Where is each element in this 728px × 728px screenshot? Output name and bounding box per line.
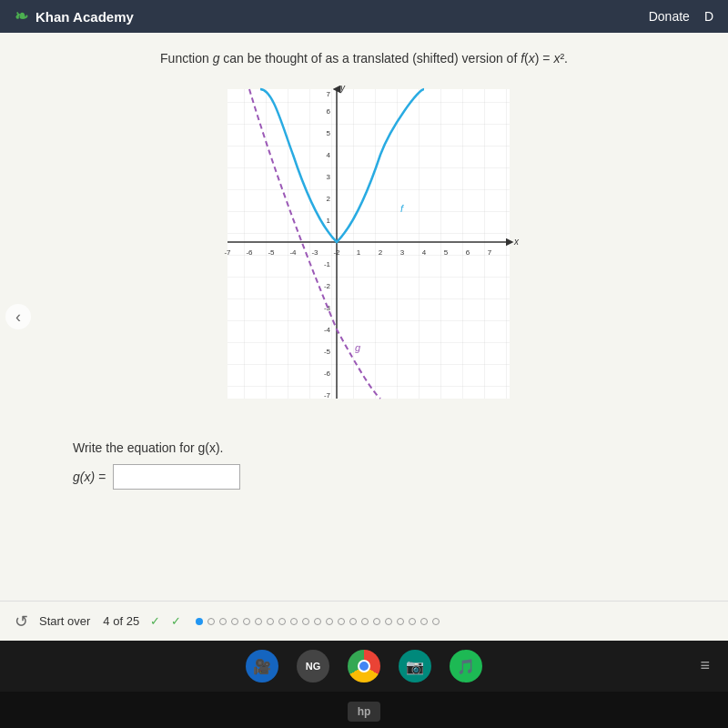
dot-19 xyxy=(420,618,428,625)
g-label: g xyxy=(355,342,361,353)
y-label-neg5: -5 xyxy=(324,348,331,356)
nav-extra: D xyxy=(704,9,713,24)
y-label-2: 2 xyxy=(327,195,331,203)
progress-bar: ↺ Start over 4 of 25 ✓ ✓ xyxy=(0,601,728,641)
dot-12 xyxy=(338,618,345,625)
x-label-neg4: -4 xyxy=(289,248,297,257)
hp-area: hp xyxy=(0,692,728,728)
write-equation-prompt: Write the equation for g(x). xyxy=(73,440,673,455)
logo-icon: ❧ xyxy=(15,6,28,26)
dot-18 xyxy=(409,618,416,625)
equation-label: g(x) = xyxy=(73,470,106,484)
dot-10 xyxy=(314,618,321,625)
brand: ❧ Khan Academy xyxy=(15,6,134,26)
dot-14 xyxy=(361,618,369,625)
dot-6 xyxy=(267,618,274,625)
y-axis-label: y xyxy=(339,83,346,93)
x-label-neg3: -3 xyxy=(311,248,318,257)
dot-1 xyxy=(207,618,215,625)
dot-active xyxy=(196,618,203,625)
problem-description: Function g can be thought of as a transl… xyxy=(55,51,673,66)
progress-position: 4 of 25 xyxy=(103,614,139,628)
dot-4 xyxy=(243,618,250,625)
dot-16 xyxy=(385,618,392,625)
y-label-neg1: -1 xyxy=(324,260,331,268)
check-2: ✓ xyxy=(171,614,181,628)
x-label-4: 4 xyxy=(422,248,427,257)
x-label-neg5: -5 xyxy=(268,248,275,257)
graph-svg: -7 -6 -5 -4 -3 -2 1 2 3 4 5 6 7 1 2 3 4 xyxy=(200,80,528,426)
y-label-neg7: -7 xyxy=(324,391,331,399)
taskbar-camera-icon[interactable]: 📷 xyxy=(399,650,431,682)
x-axis-label: x xyxy=(513,237,520,247)
y-label-7: 7 xyxy=(327,90,331,98)
donate-button[interactable]: Donate xyxy=(649,9,690,24)
dot-20 xyxy=(432,618,440,625)
taskbar-spotify-icon[interactable]: 🎵 xyxy=(450,650,482,682)
taskbar-right: ≡ xyxy=(700,656,710,675)
dot-17 xyxy=(397,618,404,625)
y-label-neg4: -4 xyxy=(324,326,331,334)
taskbar-video-icon[interactable]: 🎥 xyxy=(246,650,278,682)
dot-9 xyxy=(302,618,309,625)
dot-2 xyxy=(219,618,227,625)
check-1: ✓ xyxy=(150,614,160,628)
y-label-6: 6 xyxy=(327,107,331,116)
x-label-neg2: -2 xyxy=(333,248,340,257)
y-label-4: 4 xyxy=(327,151,331,159)
x-label-7: 7 xyxy=(488,248,492,257)
brand-name: Khan Academy xyxy=(35,9,134,25)
graph-wrapper: -7 -6 -5 -4 -3 -2 1 2 3 4 5 6 7 1 2 3 4 xyxy=(200,80,528,426)
x-label-5: 5 xyxy=(444,248,449,257)
y-label-neg2: -2 xyxy=(324,282,331,290)
x-label-1: 1 xyxy=(357,248,361,257)
taskbar: 🎥 NG 📷 🎵 ≡ xyxy=(0,641,728,692)
dot-3 xyxy=(231,618,238,625)
dot-13 xyxy=(349,618,357,625)
answer-section: Write the equation for g(x). g(x) = xyxy=(55,440,673,490)
y-label-neg6: -6 xyxy=(324,369,331,378)
start-over-icon: ↺ xyxy=(15,612,28,632)
graph-container: -7 -6 -5 -4 -3 -2 1 2 3 4 5 6 7 1 2 3 4 xyxy=(55,80,673,426)
equation-input[interactable] xyxy=(113,464,240,490)
x-label-neg6: -6 xyxy=(246,248,253,257)
equation-input-row: g(x) = xyxy=(73,464,673,490)
start-over-button[interactable]: Start over xyxy=(39,614,90,628)
x-label-6: 6 xyxy=(466,248,470,257)
x-label-neg7: -7 xyxy=(224,248,231,257)
navbar: ❧ Khan Academy Donate D xyxy=(0,0,728,33)
dot-15 xyxy=(373,618,380,625)
main-content: ‹ Function g can be thought of as a tran… xyxy=(0,33,728,601)
x-label-3: 3 xyxy=(400,248,405,257)
graph-grid xyxy=(228,89,510,399)
x-label-2: 2 xyxy=(379,248,383,257)
taskbar-lines-icon: ≡ xyxy=(700,656,710,675)
navbar-right: Donate D xyxy=(649,9,713,24)
y-label-3: 3 xyxy=(327,173,331,181)
dot-11 xyxy=(326,618,333,625)
y-label-5: 5 xyxy=(327,129,331,137)
dot-5 xyxy=(255,618,262,625)
taskbar-ng-icon[interactable]: NG xyxy=(297,650,329,682)
progress-dots xyxy=(196,618,440,625)
taskbar-chrome-icon[interactable] xyxy=(348,650,380,682)
y-label-1: 1 xyxy=(327,217,331,225)
dot-8 xyxy=(290,618,298,625)
nav-left-arrow[interactable]: ‹ xyxy=(5,304,31,329)
hp-logo: hp xyxy=(348,702,380,722)
dot-7 xyxy=(278,618,286,625)
